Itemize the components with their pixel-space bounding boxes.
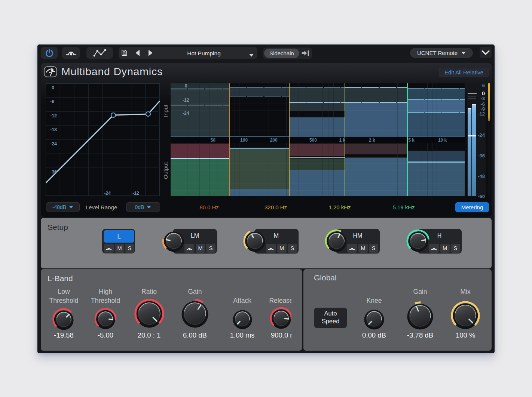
svg-text:-18: -18 bbox=[50, 127, 57, 132]
svg-text:-36: -36 bbox=[478, 153, 485, 159]
svg-text:10 k: 10 k bbox=[438, 138, 447, 143]
svg-text:-3: -3 bbox=[480, 96, 485, 101]
svg-text:-12: -12 bbox=[132, 191, 139, 196]
svg-text:-6: -6 bbox=[50, 99, 54, 104]
svg-text:-24: -24 bbox=[104, 191, 111, 196]
svg-text:500: 500 bbox=[309, 138, 317, 143]
svg-text:6: 6 bbox=[482, 83, 485, 88]
svg-text:-24: -24 bbox=[478, 132, 485, 138]
svg-text:0: 0 bbox=[185, 83, 187, 89]
svg-text:1 k: 1 k bbox=[339, 138, 346, 143]
svg-text:100: 100 bbox=[240, 138, 248, 143]
svg-text:2 k: 2 k bbox=[369, 138, 375, 143]
svg-text:-24: -24 bbox=[183, 111, 189, 116]
svg-text:200: 200 bbox=[270, 138, 278, 143]
svg-text:0: 0 bbox=[482, 90, 485, 96]
svg-text:-12: -12 bbox=[478, 111, 485, 117]
svg-text:-36: -36 bbox=[50, 169, 57, 175]
svg-text:-48: -48 bbox=[478, 173, 485, 179]
svg-text:5 k: 5 k bbox=[408, 138, 415, 143]
svg-text:-12: -12 bbox=[183, 98, 189, 103]
svg-text:50: 50 bbox=[211, 138, 216, 143]
svg-text:-12: -12 bbox=[50, 113, 57, 119]
svg-text:0: 0 bbox=[52, 85, 54, 90]
svg-text:-24: -24 bbox=[50, 141, 57, 147]
svg-text:-60: -60 bbox=[478, 194, 485, 198]
